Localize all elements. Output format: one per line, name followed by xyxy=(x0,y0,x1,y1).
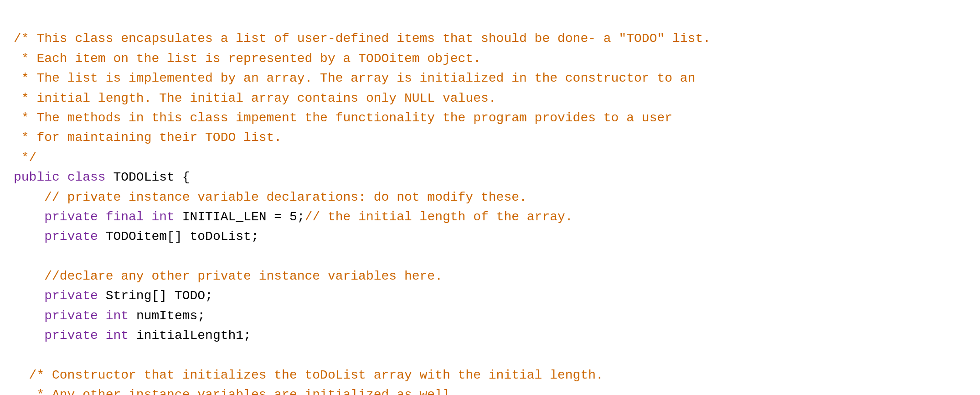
code-line: * Each item on the list is represented b… xyxy=(14,49,966,68)
code-line: private TODOitem[] toDoList; xyxy=(14,227,966,246)
code-token: initialLength1; xyxy=(129,328,251,343)
code-token: private xyxy=(44,289,98,303)
code-token xyxy=(98,328,106,343)
code-token xyxy=(14,328,44,343)
code-token xyxy=(98,309,106,323)
code-token: private xyxy=(44,229,98,244)
code-line: private int numItems; xyxy=(14,306,966,326)
code-line: /* Constructor that initializes the toDo… xyxy=(14,365,966,385)
code-token: INITIAL_LEN = 5; xyxy=(175,210,305,224)
code-line: //declare any other private instance var… xyxy=(14,266,966,286)
code-token: String[] TODO; xyxy=(98,289,213,303)
code-line: * for maintaining their TODO list. xyxy=(14,128,966,147)
code-token: class xyxy=(67,170,106,184)
code-line xyxy=(14,346,966,365)
code-line: * initial length. The initial array cont… xyxy=(14,88,966,108)
code-line: /* This class encapsulates a list of use… xyxy=(14,29,966,48)
code-line: private String[] TODO; xyxy=(14,286,966,306)
code-token: private xyxy=(44,309,98,323)
code-token: public xyxy=(14,170,60,184)
code-token: final xyxy=(106,210,144,224)
code-token: int xyxy=(106,309,129,323)
code-token: TODOList { xyxy=(106,170,190,184)
code-line: */ xyxy=(14,148,966,167)
code-token xyxy=(60,170,67,184)
code-token xyxy=(14,309,44,323)
code-token: // the initial length of the array. xyxy=(305,210,573,224)
code-token: private xyxy=(44,210,98,224)
code-line: private int initialLength1; xyxy=(14,326,966,345)
code-token xyxy=(14,289,44,303)
code-line: // private instance variable declaration… xyxy=(14,187,966,207)
code-token xyxy=(14,229,44,244)
code-token: int xyxy=(151,210,174,224)
code-line: * Any other instance variables are initi… xyxy=(14,385,966,395)
code-line xyxy=(14,247,966,266)
code-line: public class TODOList { xyxy=(14,167,966,187)
code-line: * The methods in this class impement the… xyxy=(14,108,966,128)
code-container: /* This class encapsulates a list of use… xyxy=(14,9,966,395)
code-line: * The list is implemented by an array. T… xyxy=(14,68,966,88)
code-token: private xyxy=(44,328,98,343)
code-token: TODOitem[] toDoList; xyxy=(98,229,259,244)
code-line: private final int INITIAL_LEN = 5;// the… xyxy=(14,207,966,227)
code-token: numItems; xyxy=(129,309,205,323)
code-token xyxy=(98,210,106,224)
code-token xyxy=(14,210,44,224)
code-token xyxy=(144,210,152,224)
code-token: int xyxy=(106,328,129,343)
